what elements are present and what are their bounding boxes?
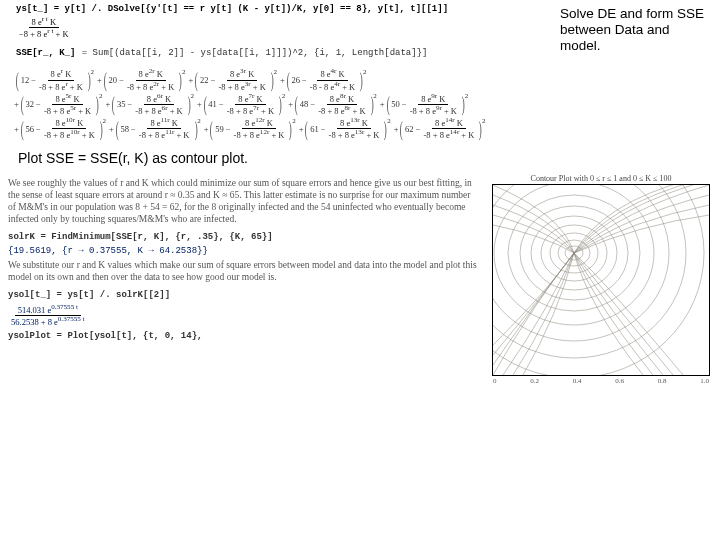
- contour-x-axis: 0 0.2 0.4 0.6 0.8 1.0: [492, 377, 710, 385]
- sse-term: + (56 − 8 e10r K-8 + 8 e10r + K)2: [14, 117, 108, 140]
- paragraph-2: We substitute our r and K values which m…: [8, 260, 478, 284]
- sse-term: + (61 − 8 e13r K-8 + 8 e13r + K)2: [299, 117, 393, 140]
- sse-term: (12 − 8 er K-8 + 8 er + K)2: [14, 68, 96, 91]
- annotation-top-right: Solve DE and form SSE between Data and m…: [554, 4, 716, 64]
- ys-result-den: −8 + 8 er t + K: [16, 28, 72, 39]
- sse-term: + (50 − 8 e9r K-8 + 8 e9r + K)2: [380, 93, 470, 116]
- solrk-output: {19.5619, {r → 0.37555, K → 64.2538}}: [8, 246, 478, 256]
- sse-term: + (59 − 8 e12r K-8 + 8 e12r + K)2: [204, 117, 298, 140]
- sse-term: + (20 − 8 e2r K-8 + 8 e2r + K)2: [97, 68, 187, 91]
- sse-term: + (26 − 8 e4r K-8 - 8 e4r + K)2: [280, 68, 368, 91]
- svg-point-9: [493, 185, 686, 358]
- ys-result-num: 8 er t K: [29, 16, 60, 28]
- paragraph-1: We see roughly the values of r and K whi…: [8, 178, 478, 226]
- sse-term: + (35 − 8 e6r K-8 + 8 e6r + K)2: [105, 93, 195, 116]
- ysolplot-definition: ysolPlot = Plot[ysol[t], {t, 0, 14},: [8, 331, 478, 341]
- ysol-definition: ysol[t_] = ys[t] /. solrK[[2]]: [8, 290, 478, 300]
- ys-definition: ys[t_] = y[t] /. DSolve[{y'[t] == r y[t]…: [16, 4, 554, 14]
- sse-definition: SSE[r_, K_] = Sum[(data[[i, 2]] - ys[dat…: [16, 47, 554, 58]
- sse-term: + (22 − 8 e3r K-8 + 8 e3r + K)2: [189, 68, 279, 91]
- contour-plot: 100 80 60 40 20 0: [492, 184, 710, 376]
- ys-result: 8 er t K −8 + 8 er t + K: [16, 16, 554, 39]
- sse-term: + (41 − 8 e7r K-8 + 8 e7r + K)2: [197, 93, 287, 116]
- ysol-result-den: 56.2538 + 8 e0.37555 t: [8, 316, 88, 327]
- sse-term: + (32 − 8 e5r K-8 + 8 e5r + K)2: [14, 93, 104, 116]
- sse-term: + (58 − 8 e11r K-8 + 8 e11r + K)2: [109, 117, 203, 140]
- contour-svg: [493, 185, 709, 375]
- sse-term: + (48 − 8 e8r K-8 + 8 e8r + K)2: [288, 93, 378, 116]
- contour-plot-title: Contour Plot with 0 ≤ r ≤ 1 and 0 ≤ K ≤ …: [486, 174, 716, 183]
- solrk-definition: solrK = FindMinimum[SSE[r, K], {r, .35},…: [8, 232, 478, 242]
- subhead-plot-sse: Plot SSE = SSE(r, K) as contour plot.: [18, 150, 716, 166]
- sse-expansion: (12 − 8 er K-8 + 8 er + K)2+ (20 − 8 e2r…: [14, 68, 706, 140]
- ysol-result: 514.031 e0.37555 t 56.2538 + 8 e0.37555 …: [8, 304, 478, 327]
- sse-term: + (62 − 8 e14r K-8 + 8 e14r + K)2: [394, 117, 488, 140]
